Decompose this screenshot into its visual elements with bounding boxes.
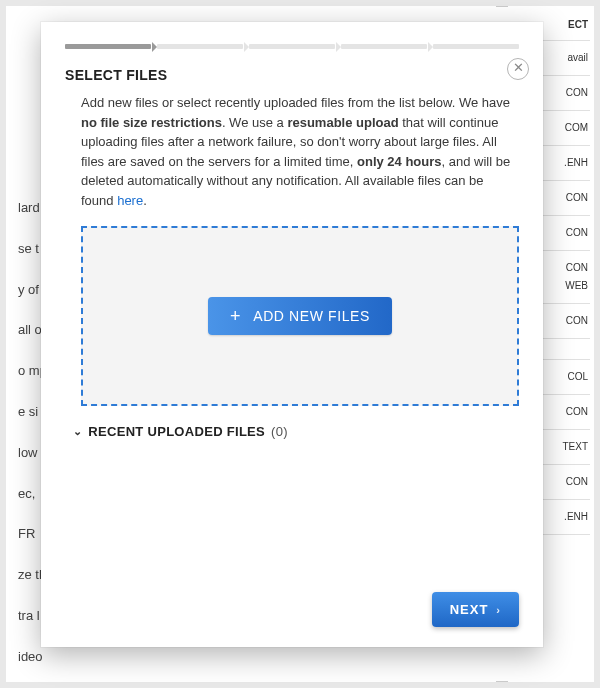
close-icon[interactable]: ✕ [507,58,529,80]
next-button-label: NEXT [450,602,489,617]
modal-heading: SELECT FILES [65,67,519,83]
recent-uploaded-toggle[interactable]: ⌄ RECENT UPLOADED FILES (0) [73,424,519,439]
select-files-modal: ✕ SELECT FILES Add new files or select r… [41,22,543,647]
progress-step-4 [341,44,427,49]
add-button-label: ADD NEW FILES [253,308,370,324]
progress-step-2 [157,44,243,49]
add-new-files-button[interactable]: + ADD NEW FILES [208,297,392,335]
recent-count: (0) [271,424,288,439]
file-dropzone[interactable]: + ADD NEW FILES [81,226,519,406]
plus-icon: + [230,309,241,323]
wizard-progress [65,44,519,49]
chevron-right-icon: › [496,604,501,616]
modal-description: Add new files or select recently uploade… [81,93,519,210]
chevron-down-icon: ⌄ [73,425,82,438]
next-button[interactable]: NEXT › [432,592,519,627]
page-backdrop: lard se t y of all o o mp e si low ec, F… [0,0,600,688]
progress-step-1 [65,44,151,49]
progress-step-3 [249,44,335,49]
progress-step-5 [433,44,519,49]
here-link[interactable]: here [117,193,143,208]
recent-label: RECENT UPLOADED FILES [88,424,265,439]
